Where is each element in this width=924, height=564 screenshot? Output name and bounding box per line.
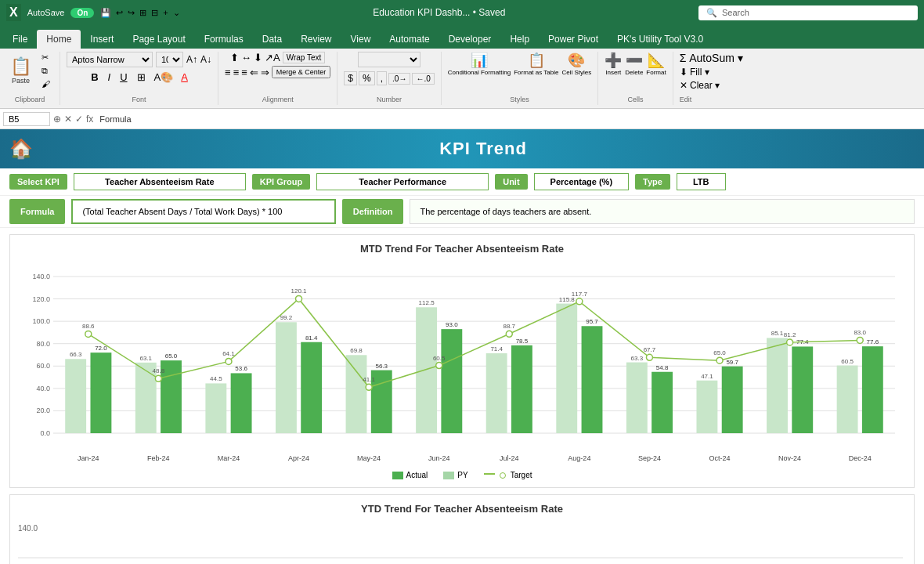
font-size-select[interactable]: 10: [156, 52, 183, 67]
italic-button[interactable]: I: [105, 70, 114, 85]
tab-review[interactable]: Review: [291, 30, 341, 49]
insert-function-icon[interactable]: fx: [86, 114, 93, 125]
svg-text:Jun-24: Jun-24: [428, 454, 450, 462]
target-dot-icon: [500, 472, 506, 479]
more-icon[interactable]: ⌄: [173, 8, 180, 18]
minus-icon[interactable]: ⊟: [151, 8, 158, 18]
tab-insert[interactable]: Insert: [81, 30, 123, 49]
increase-decimal-button[interactable]: .0→: [388, 73, 410, 85]
svg-point-96: [787, 339, 793, 345]
svg-text:53.6: 53.6: [235, 365, 247, 372]
plus-icon[interactable]: +: [163, 8, 168, 17]
svg-text:77.6: 77.6: [867, 338, 879, 345]
svg-text:63.1: 63.1: [139, 355, 152, 362]
svg-rect-66: [767, 338, 788, 433]
save-icon[interactable]: 💾: [100, 8, 111, 18]
wrap-text-label[interactable]: Wrap Text: [283, 52, 326, 63]
svg-text:72.0: 72.0: [95, 345, 107, 352]
svg-point-98: [857, 337, 863, 343]
svg-text:Mar-24: Mar-24: [218, 454, 240, 462]
svg-text:67.7: 67.7: [644, 346, 656, 353]
svg-rect-56: [626, 363, 648, 433]
increase-indent-icon[interactable]: ⇒: [261, 67, 269, 78]
comma-button[interactable]: ,: [377, 71, 387, 85]
tab-power-pivot[interactable]: Power Pivot: [539, 30, 608, 49]
autosave-toggle[interactable]: On: [70, 8, 94, 18]
paste-button[interactable]: 📋 Paste: [6, 54, 35, 87]
number-format-select[interactable]: [358, 52, 420, 67]
type-value[interactable]: LTB: [677, 173, 726, 190]
select-kpi-label: Select KPI: [9, 174, 67, 190]
format-as-table-button[interactable]: 📋 Format as Table: [514, 52, 558, 76]
cut-icon[interactable]: ✂: [38, 52, 53, 63]
currency-button[interactable]: $: [344, 71, 357, 85]
unit-value[interactable]: Percentage (%): [534, 173, 629, 190]
grid-icon[interactable]: ⊞: [139, 8, 146, 18]
tab-page-layout[interactable]: Page Layout: [123, 30, 194, 49]
svg-text:78.5: 78.5: [516, 338, 529, 345]
decrease-decimal-button[interactable]: ←.0: [412, 73, 434, 85]
tab-developer[interactable]: Developer: [439, 30, 501, 49]
ytd-chart-svg: [18, 536, 903, 559]
align-top-icon[interactable]: ⬆: [230, 52, 239, 63]
copy-icon[interactable]: ⧉: [38, 65, 53, 77]
tab-help[interactable]: Help: [500, 30, 539, 49]
cell-reference-input[interactable]: [3, 112, 50, 126]
format-button[interactable]: 📐 Format: [646, 52, 666, 76]
formula-input[interactable]: [96, 113, 921, 125]
tab-file[interactable]: File: [3, 30, 37, 49]
tab-automate[interactable]: Automate: [380, 30, 439, 49]
title-icons: 💾 ↩ ↪ ⊞ ⊟ + ⌄: [100, 8, 179, 18]
kpi-group-value[interactable]: Teacher Performance: [316, 173, 489, 190]
merge-center-button[interactable]: Merge & Center: [272, 66, 331, 78]
align-middle-icon[interactable]: ↔: [241, 52, 251, 63]
align-bottom-icon[interactable]: ⬇: [254, 52, 262, 63]
kpi-header: 🏠 KPI Trend: [0, 129, 924, 168]
svg-text:88.6: 88.6: [82, 323, 95, 330]
svg-rect-51: [556, 304, 577, 433]
underline-button[interactable]: U: [117, 70, 130, 85]
insert-button[interactable]: ➕ Insert: [605, 52, 622, 76]
fill-button[interactable]: ⬇ Fill ▾: [680, 67, 709, 78]
fill-color-button[interactable]: A🎨: [152, 70, 176, 84]
percent-button[interactable]: %: [359, 71, 375, 85]
cell-styles-button[interactable]: 🎨 Cell Styles: [561, 52, 591, 76]
function-icon[interactable]: ⊕: [53, 114, 61, 125]
align-left-icon[interactable]: ≡: [225, 67, 231, 78]
font-color-button[interactable]: A: [179, 70, 190, 84]
ribbon-number-group: $ % , .0→ ←.0 Number: [337, 52, 441, 105]
angle-text-icon[interactable]: ↗A: [265, 52, 280, 63]
cancel-formula-icon[interactable]: ✕: [64, 114, 72, 125]
font-family-select[interactable]: Aptos Narrow: [67, 52, 153, 67]
border-button[interactable]: ⊞: [134, 70, 149, 85]
clear-button[interactable]: ✕ Clear ▾: [680, 80, 720, 91]
align-right-icon[interactable]: ≡: [241, 67, 247, 78]
svg-point-88: [506, 331, 512, 337]
svg-text:120.0: 120.0: [32, 295, 50, 303]
cells-label: Cells: [627, 96, 643, 103]
title-bar: X AutoSave On 💾 ↩ ↪ ⊞ ⊟ + ⌄ Education KP…: [0, 0, 924, 25]
tab-home[interactable]: Home: [37, 30, 81, 49]
redo-icon[interactable]: ↪: [128, 8, 135, 18]
tab-formulas[interactable]: Formulas: [195, 30, 253, 49]
tab-pk-utility[interactable]: PK's Utility Tool V3.0: [608, 30, 713, 49]
ytd-yaxis-label: 140.0: [18, 521, 906, 536]
confirm-formula-icon[interactable]: ✓: [75, 114, 83, 125]
align-center-icon[interactable]: ≡: [233, 67, 240, 78]
delete-button[interactable]: ➖ Delete: [625, 52, 643, 76]
tab-view[interactable]: View: [341, 30, 381, 49]
conditional-formatting-button[interactable]: 📊 Conditional Formatting: [448, 52, 511, 76]
svg-text:47.1: 47.1: [701, 373, 713, 380]
search-bar[interactable]: 🔍 Search: [698, 5, 918, 20]
tab-data[interactable]: Data: [253, 30, 291, 49]
format-painter-icon[interactable]: 🖌: [38, 78, 53, 89]
autosum-icon[interactable]: Σ AutoSum ▾: [680, 52, 743, 64]
svg-text:85.1: 85.1: [771, 330, 784, 337]
bold-button[interactable]: B: [88, 70, 101, 85]
home-icon: 🏠: [0, 138, 42, 160]
font-decrease-icon[interactable]: A↓: [200, 54, 211, 65]
decrease-indent-icon[interactable]: ⇐: [250, 67, 258, 78]
kpi-value-box[interactable]: Teacher Absenteeism Rate: [74, 173, 246, 190]
undo-icon[interactable]: ↩: [116, 8, 123, 18]
font-increase-icon[interactable]: A↑: [186, 54, 197, 65]
